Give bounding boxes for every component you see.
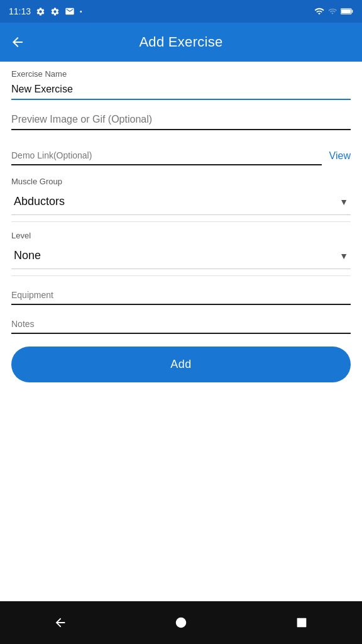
add-button[interactable]: Add — [11, 347, 351, 382]
nav-home-button[interactable] — [166, 608, 196, 638]
view-button[interactable]: View — [329, 150, 351, 162]
preview-image-field — [11, 111, 351, 130]
app-bar: Add Exercise — [0, 23, 362, 62]
bottom-nav — [0, 601, 362, 644]
muscle-group-label: Muscle Group — [11, 177, 351, 186]
level-dropdown[interactable]: None ▼ — [11, 245, 351, 269]
notification-dot: • — [80, 8, 82, 15]
svg-rect-2 — [341, 9, 351, 13]
gear-icon-1 — [36, 7, 45, 16]
svg-rect-1 — [352, 10, 353, 13]
exercise-name-input[interactable] — [11, 81, 351, 100]
nav-recent-button[interactable] — [287, 608, 317, 638]
notes-field — [11, 316, 351, 334]
gear-icon-2 — [50, 7, 60, 16]
chevron-down-icon: ▼ — [339, 197, 348, 207]
chevron-down-icon-2: ▼ — [339, 251, 348, 261]
status-bar-right — [314, 6, 353, 16]
divider-1 — [11, 221, 351, 222]
equipment-field — [11, 287, 351, 305]
muscle-group-value: Abductors — [14, 195, 65, 208]
back-button[interactable] — [10, 35, 25, 50]
svg-rect-4 — [297, 618, 307, 628]
level-field: Level None ▼ — [11, 231, 351, 269]
level-value: None — [14, 249, 41, 262]
equipment-input[interactable] — [11, 287, 351, 305]
page-title: Add Exercise — [33, 34, 352, 50]
battery-icon — [341, 7, 353, 16]
mail-icon — [65, 6, 75, 16]
nav-back-button[interactable] — [45, 608, 75, 638]
status-bar: 11:13 • — [0, 0, 362, 23]
divider-2 — [11, 275, 351, 276]
notes-input[interactable] — [11, 316, 351, 334]
svg-point-3 — [176, 618, 187, 628]
preview-image-input[interactable] — [11, 111, 351, 130]
demo-link-input[interactable] — [11, 148, 322, 165]
muscle-group-dropdown[interactable]: Abductors ▼ — [11, 191, 351, 215]
demo-link-row: View — [11, 148, 351, 165]
time-display: 11:13 — [9, 6, 31, 16]
signal-icon — [328, 6, 337, 16]
level-label: Level — [11, 231, 351, 240]
exercise-name-field: Exercise Name — [11, 69, 351, 100]
wifi-icon — [314, 6, 324, 16]
muscle-group-field: Muscle Group Abductors ▼ — [11, 177, 351, 215]
exercise-name-label: Exercise Name — [11, 69, 351, 79]
form-content: Exercise Name View Muscle Group Abductor… — [0, 62, 362, 601]
status-bar-left: 11:13 • — [9, 6, 82, 16]
